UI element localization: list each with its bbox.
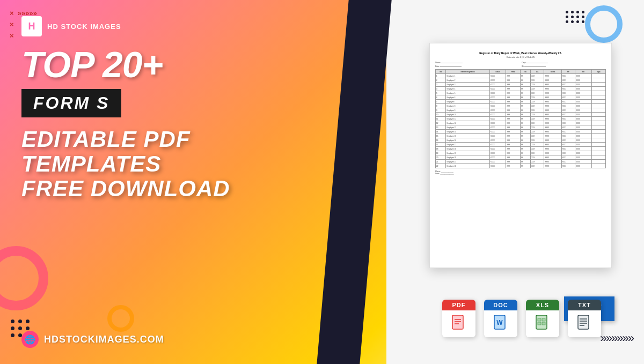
main-heading: EDITABLE PDF TEMPLATES FREE DOWNLOAD [21,127,322,202]
doc-icon-label: DOC [484,300,517,310]
blue-circle-decoration [585,5,623,43]
chevrons-decoration-right: »»»»»» [601,331,633,345]
format-icon-doc[interactable]: DOC W [484,300,517,337]
txt-icon-symbol [568,310,601,337]
doc-table: NoName/DesignationBasicHRA TADAGrossPFNe… [435,69,606,168]
svg-rect-14 [578,315,589,329]
svg-rect-13 [542,322,545,325]
format-icons-row: PDF DOC W XLS [442,300,601,337]
website-url-text: HDSTOCKIMAGES.COM [44,334,164,345]
website-url-area: 🌐 HDSTOCKIMAGES.COM [21,331,164,348]
xls-icon-label: XLS [526,300,559,310]
pdf-icon-symbol [442,310,475,337]
logo-area: H HD STOCK IMAGES [21,16,322,36]
txt-icon-label: TXT [568,300,601,310]
format-icon-pdf[interactable]: PDF [442,300,475,337]
format-icon-txt[interactable]: TXT [568,300,601,337]
svg-rect-12 [538,322,541,325]
left-content-area: H HD STOCK IMAGES TOP 20+ FORM S EDITABL… [0,0,343,364]
dots-decoration-top-right [566,11,585,23]
chevrons-text: »»»»»» [601,331,633,345]
main-heading-line2: FREE DOWNLOAD [21,176,230,201]
x-pattern-decoration: × »»»»» × × [10,8,37,41]
document-preview: Register of Daily Repor of Work, Beat in… [429,43,612,268]
format-icon-xls[interactable]: XLS [526,300,559,337]
doc-subtitle: Date add rule 1 (6) of Rule 25 [435,56,606,58]
doc-title: Register of Daily Repor of Work, Beat in… [435,51,606,55]
main-heading-line1: EDITABLE PDF TEMPLATES [21,127,191,176]
pdf-icon-label: PDF [442,300,475,310]
doc-icon-symbol: W [484,310,517,337]
svg-text:W: W [496,319,503,326]
top-heading: TOP 20+ [21,46,322,83]
svg-rect-10 [538,318,541,321]
globe-icon: 🌐 [21,331,39,348]
logo-text: HD STOCK IMAGES [47,23,121,31]
svg-rect-0 [452,315,463,329]
form-s-badge: FORM S [21,89,121,117]
xls-icon-symbol [526,310,559,337]
document-preview-inner: Register of Daily Repor of Work, Beat in… [430,43,611,183]
svg-rect-11 [542,318,545,321]
